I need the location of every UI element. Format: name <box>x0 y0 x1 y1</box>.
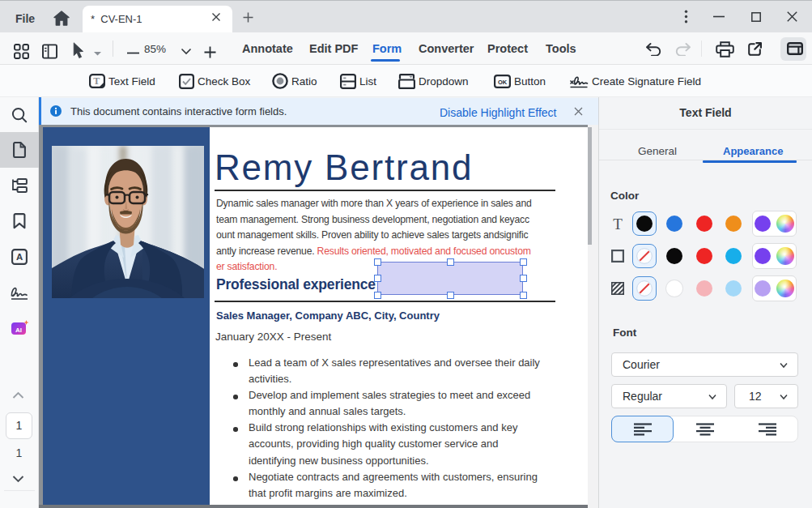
svg-text:T: T <box>93 75 100 87</box>
svg-text:AI: AI <box>15 327 22 334</box>
svg-text:A: A <box>16 252 23 262</box>
svg-text:OK: OK <box>498 78 508 85</box>
